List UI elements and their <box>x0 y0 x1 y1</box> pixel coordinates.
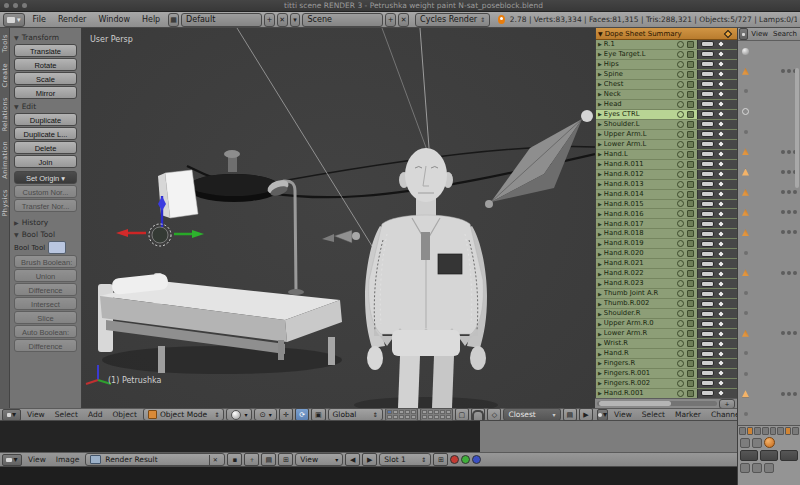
keyframe-slider[interactable] <box>701 390 714 396</box>
channel-mute-icon[interactable] <box>687 340 694 347</box>
bool-tool-dropdown[interactable] <box>48 241 66 254</box>
dope-channel-row[interactable]: ▶ Lower Arm.R <box>596 329 737 339</box>
dope-channel-row[interactable]: ▶ Eye Target.L <box>596 50 737 60</box>
layer-next-button[interactable]: ▶ <box>362 453 377 466</box>
channel-visibility-icon[interactable] <box>677 200 684 207</box>
wrench-icon[interactable] <box>752 438 762 448</box>
editor-type-3dview-icon[interactable]: ▾ <box>2 409 21 421</box>
keyframe-diamond-icon[interactable] <box>717 130 725 138</box>
channel-expand-icon[interactable]: ▶ <box>598 301 602 307</box>
channel-visibility-icon[interactable] <box>677 161 684 168</box>
render-toggle-icon[interactable] <box>793 210 797 214</box>
keyframe-diamond-icon[interactable] <box>717 110 725 118</box>
channel-visibility-icon[interactable] <box>677 340 684 347</box>
selectability-icon[interactable] <box>787 150 791 154</box>
menu-help[interactable]: Help <box>136 12 166 27</box>
bool-tool-button[interactable]: Union <box>14 269 77 282</box>
channel-keyframe-area[interactable] <box>697 40 737 49</box>
visibility-eye-icon[interactable] <box>781 150 785 154</box>
keyframe-diamond-icon[interactable] <box>717 90 725 98</box>
edit-button[interactable]: Duplicate L... <box>14 127 77 140</box>
outliner-row[interactable] <box>738 122 800 142</box>
viewport-shading-dropdown[interactable]: ▾ <box>226 408 252 421</box>
channel-expand-icon[interactable]: ▶ <box>598 191 602 197</box>
keyframe-diamond-icon[interactable] <box>717 100 725 108</box>
dope-channel-row[interactable]: ▶ Hand.L <box>596 150 737 160</box>
scene-browse-icon[interactable]: ▾ <box>290 13 301 27</box>
world-icon[interactable] <box>752 463 762 473</box>
channel-keyframe-area[interactable] <box>697 359 737 368</box>
channel-expand-icon[interactable]: ▶ <box>598 151 602 157</box>
transform-button[interactable]: Scale <box>14 72 77 85</box>
dope-channel-row[interactable]: ▶ Shoulder.L <box>596 120 737 130</box>
channel-visibility-icon[interactable] <box>677 300 684 307</box>
channel-expand-icon[interactable]: ▶ <box>598 101 602 107</box>
keyframe-diamond-icon[interactable] <box>717 230 725 238</box>
keyframe-diamond-icon[interactable] <box>717 240 725 248</box>
channel-keyframe-area[interactable] <box>697 209 737 218</box>
channel-mute-icon[interactable] <box>687 320 694 327</box>
menu-window[interactable]: Window <box>92 12 136 27</box>
bool-tool-button[interactable]: Auto Boolean: <box>14 325 77 338</box>
channel-expand-icon[interactable]: ▶ <box>598 341 602 347</box>
channel-visibility-icon[interactable] <box>677 41 684 48</box>
dope-channel-row[interactable]: ▶ Chest <box>596 80 737 90</box>
outliner-menu-search[interactable]: Search <box>771 28 799 40</box>
keyframe-diamond-icon[interactable] <box>717 220 725 228</box>
keyframe-diamond-icon[interactable] <box>717 260 725 268</box>
keyframe-diamond-icon[interactable] <box>717 319 725 327</box>
selectability-icon[interactable] <box>787 392 791 396</box>
keyframe-slider[interactable] <box>701 331 714 337</box>
visibility-eye-icon[interactable] <box>781 230 785 234</box>
outliner-row[interactable] <box>738 404 800 424</box>
channel-expand-icon[interactable]: ▶ <box>598 171 602 177</box>
dope-channel-row[interactable]: ▶ Shoulder.R <box>596 309 737 319</box>
channel-visibility-icon[interactable] <box>677 350 684 357</box>
channel-keyframe-area[interactable] <box>697 90 737 99</box>
scene-add-button[interactable]: + <box>385 13 396 27</box>
channel-visibility-icon[interactable] <box>677 121 684 128</box>
properties-button[interactable] <box>760 450 778 461</box>
channel-keyframe-area[interactable] <box>697 339 737 348</box>
outliner-row[interactable] <box>738 303 800 323</box>
channel-mute-icon[interactable] <box>687 240 694 247</box>
channel-mute-icon[interactable] <box>687 151 694 158</box>
outliner-row[interactable] <box>738 283 800 303</box>
outliner-row[interactable] <box>738 81 800 101</box>
viewport-3d[interactable] <box>82 28 595 408</box>
dope-add-button[interactable]: + <box>719 399 735 409</box>
keyframe-slider[interactable] <box>701 71 714 77</box>
keyframe-diamond-icon[interactable] <box>717 270 725 278</box>
bool-tool-button[interactable]: Slice <box>14 311 77 324</box>
dope-channel-row[interactable]: ▶ Hand.R.001 <box>596 389 737 398</box>
visibility-eye-icon[interactable] <box>781 210 785 214</box>
keyframe-diamond-icon[interactable] <box>717 200 725 208</box>
channel-keyframe-area[interactable] <box>697 229 737 238</box>
channel-mute-icon[interactable] <box>687 141 694 148</box>
keyframe-diamond-icon[interactable] <box>717 389 725 397</box>
channel-visibility-icon[interactable] <box>677 191 684 198</box>
keyframe-slider[interactable] <box>701 370 714 376</box>
channel-keyframe-area[interactable] <box>697 150 737 159</box>
selectability-icon[interactable] <box>787 190 791 194</box>
channel-visibility-icon[interactable] <box>677 390 684 397</box>
channel-visibility-icon[interactable] <box>677 210 684 217</box>
keyframe-slider[interactable] <box>701 41 714 47</box>
dope-channel-row[interactable]: ▶ R.1 <box>596 40 737 50</box>
channel-keyframe-area[interactable] <box>697 279 737 288</box>
dope-channel-row[interactable]: ▶ Upper Arm.R.0 <box>596 319 737 329</box>
channel-visibility-icon[interactable] <box>677 280 684 287</box>
channel-visibility-icon[interactable] <box>677 380 684 387</box>
selectability-icon[interactable] <box>787 170 791 174</box>
keyframe-slider[interactable] <box>701 191 714 197</box>
snap-magnet-button[interactable] <box>471 408 485 421</box>
keyframe-slider[interactable] <box>701 91 714 97</box>
keyframe-slider[interactable] <box>701 121 714 127</box>
keyframe-diamond-icon[interactable] <box>717 160 725 168</box>
channel-expand-icon[interactable]: ▶ <box>598 351 602 357</box>
outliner-menu-view[interactable]: View <box>749 28 770 40</box>
channel-visibility-icon[interactable] <box>677 181 684 188</box>
keyframe-slider[interactable] <box>701 161 714 167</box>
channel-visibility-icon[interactable] <box>677 310 684 317</box>
channel-keyframe-area[interactable] <box>697 80 737 89</box>
